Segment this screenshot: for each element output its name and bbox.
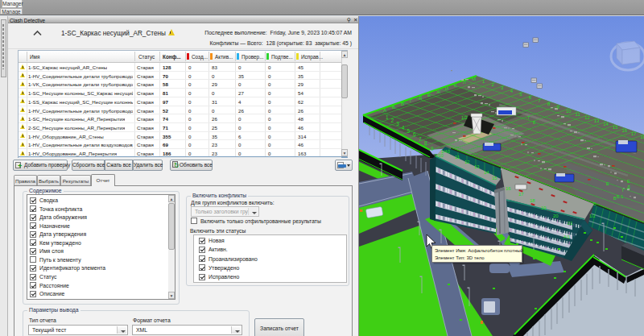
svg-text:17: 17 bbox=[631, 131, 637, 136]
svg-text:Элемент Имя: Асфальтобетон пло: Элемент Имя: Асфальтобетон плотный bbox=[435, 248, 523, 253]
svg-text:15: 15 bbox=[613, 125, 618, 130]
svg-text:13: 13 bbox=[594, 118, 600, 123]
svg-text:7: 7 bbox=[419, 136, 422, 142]
svg-text:2: 2 bbox=[391, 118, 394, 123]
svg-text:14: 14 bbox=[603, 122, 609, 127]
svg-text:А/1: А/1 bbox=[564, 234, 570, 239]
svg-text:18: 18 bbox=[530, 198, 535, 203]
svg-text:16: 16 bbox=[621, 128, 627, 133]
svg-text:6: 6 bbox=[413, 131, 416, 137]
svg-text:13: 13 bbox=[474, 164, 480, 169]
svg-text:20: 20 bbox=[553, 214, 559, 218]
svg-text:7: 7 bbox=[527, 115, 530, 120]
svg-text:А: А bbox=[383, 108, 386, 113]
svg-text:8: 8 bbox=[424, 140, 427, 146]
svg-text:1/2: 1/2 bbox=[461, 115, 468, 120]
svg-text:8: 8 bbox=[533, 120, 535, 125]
svg-text:Ж: Ж bbox=[436, 89, 441, 94]
svg-text:Элемент Тип: 3D тело: Элемент Тип: 3D тело bbox=[435, 255, 485, 260]
svg-text:12: 12 bbox=[464, 160, 470, 164]
svg-text:5: 5 bbox=[407, 128, 410, 134]
svg-text:3: 3 bbox=[396, 121, 399, 127]
svg-text:Д: Д bbox=[627, 185, 630, 189]
svg-text:Е: Е bbox=[606, 181, 609, 186]
svg-text:15: 15 bbox=[492, 176, 497, 180]
svg-text:1/40: 1/40 bbox=[441, 149, 450, 154]
svg-text:17: 17 bbox=[518, 192, 524, 197]
svg-text:14: 14 bbox=[484, 170, 489, 175]
svg-text:11: 11 bbox=[576, 112, 581, 117]
svg-text:И: И bbox=[445, 86, 448, 91]
svg-text:18: 18 bbox=[641, 135, 644, 139]
svg-text:Е: Е bbox=[427, 93, 431, 97]
svg-text:1/2: 1/2 bbox=[589, 214, 596, 218]
svg-text:Е: Е bbox=[627, 179, 630, 184]
svg-text:Б.1: Б.1 bbox=[617, 194, 623, 199]
svg-text:К: К bbox=[454, 83, 457, 88]
svg-text:19: 19 bbox=[541, 205, 547, 210]
svg-text:4: 4 bbox=[402, 125, 405, 131]
svg-text:10: 10 bbox=[566, 109, 572, 114]
svg-text:1: 1 bbox=[386, 114, 389, 120]
svg-text:9: 9 bbox=[431, 146, 434, 151]
svg-text:Б: Б bbox=[593, 201, 597, 206]
svg-text:21: 21 bbox=[568, 221, 573, 226]
svg-text:Д: Д bbox=[419, 95, 422, 100]
svg-text:12: 12 bbox=[584, 115, 590, 120]
svg-text:Г: Г bbox=[622, 188, 625, 193]
svg-text:Б: Б bbox=[392, 105, 395, 110]
svg-text:Л: Л bbox=[463, 80, 466, 85]
svg-text:11: 11 bbox=[455, 155, 460, 160]
svg-text:16: 16 bbox=[506, 186, 511, 191]
svg-text:В: В bbox=[401, 102, 404, 106]
svg-text:М: М bbox=[472, 77, 476, 81]
